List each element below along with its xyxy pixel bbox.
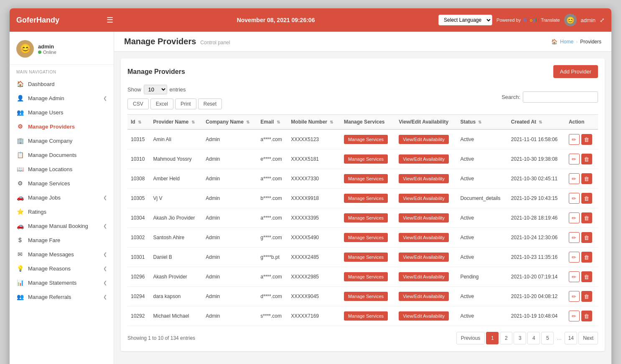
cell-name[interactable]: Michael Michael (150, 306, 202, 326)
view-edit-availability-button[interactable]: View/Edit Availability (399, 194, 449, 203)
table-section: Manage Providers Add Provider Show 10 25 (121, 58, 605, 351)
cell-name[interactable]: Amber Held (150, 169, 202, 189)
entries-select[interactable]: 10 25 50 100 (144, 85, 167, 94)
sidebar-item-manage-users[interactable]: 👥 Manage Users (10, 105, 114, 119)
print-button[interactable]: Print (175, 99, 196, 109)
sidebar-item-manage-providers[interactable]: ⚙ Manage Providers (10, 119, 114, 134)
view-edit-availability-button[interactable]: View/Edit Availability (399, 213, 449, 222)
delete-button[interactable]: 🗑 (581, 154, 592, 164)
page-3-button[interactable]: 3 (514, 332, 526, 344)
prev-button[interactable]: Previous (456, 332, 485, 344)
sidebar-item-manage-company[interactable]: 🏢 Manage Company (10, 134, 114, 148)
edit-button[interactable]: ✏ (569, 212, 580, 223)
edit-button[interactable]: ✏ (569, 271, 580, 282)
view-edit-availability-button[interactable]: View/Edit Availability (399, 233, 449, 242)
page-5-button[interactable]: 5 (541, 332, 554, 344)
cell-name[interactable]: Amin Ali (150, 129, 202, 149)
delete-button[interactable]: 🗑 (581, 311, 592, 321)
add-provider-button[interactable]: Add Provider (553, 65, 598, 78)
cell-action: ✏ 🗑 (565, 149, 598, 169)
manage-services-button[interactable]: Manage Services (344, 253, 388, 262)
cell-action: ✏ 🗑 (565, 228, 598, 248)
breadcrumb-home[interactable]: Home (560, 39, 573, 45)
delete-button[interactable]: 🗑 (581, 232, 592, 243)
sidebar-item-manage-admin[interactable]: 👤 Manage Admin ❮ (10, 91, 114, 105)
manage-services-button[interactable]: Manage Services (344, 174, 388, 183)
delete-button[interactable]: 🗑 (581, 173, 592, 184)
page-title: Manage Providers (124, 37, 196, 46)
delete-button[interactable]: 🗑 (581, 252, 592, 263)
cell-name[interactable]: Santosh Ahire (150, 228, 202, 248)
cell-name[interactable]: Mahmoud Yossry (150, 149, 202, 169)
col-mobile: Mobile Number ⇅ (288, 115, 341, 130)
page-2-button[interactable]: 2 (500, 332, 512, 344)
manage-services-button[interactable]: Manage Services (344, 272, 388, 281)
cell-status: Active (457, 208, 507, 228)
sidebar-item-dashboard[interactable]: 🏠 Dashboard (10, 77, 114, 91)
home-icon: 🏠 (551, 39, 557, 45)
cell-name[interactable]: Daniel B (150, 248, 202, 267)
hamburger-icon[interactable]: ☰ (107, 15, 113, 25)
view-edit-availability-button[interactable]: View/Edit Availability (399, 154, 449, 164)
view-edit-availability-button[interactable]: View/Edit Availability (399, 311, 449, 321)
cell-name[interactable]: dara kapson (150, 287, 202, 306)
page-14-button[interactable]: 14 (565, 332, 577, 344)
edit-button[interactable]: ✏ (569, 193, 580, 204)
delete-button[interactable]: 🗑 (581, 271, 592, 282)
manage-services-button[interactable]: Manage Services (344, 213, 388, 222)
sidebar-item-ratings[interactable]: ⭐ Ratings (10, 205, 114, 219)
reset-button[interactable]: Reset (198, 99, 222, 109)
sidebar-item-manage-fare[interactable]: $ Manage Fare (10, 233, 114, 247)
sidebar-item-manage-messages[interactable]: ✉ Manage Messages ❮ (10, 247, 114, 261)
manage-documents-icon: 📋 (16, 152, 24, 158)
cell-name[interactable]: Akash Jio Provider (150, 208, 202, 228)
cell-manage-services: Manage Services (341, 306, 395, 326)
view-edit-availability-button[interactable]: View/Edit Availability (399, 174, 449, 183)
delete-button[interactable]: 🗑 (581, 291, 592, 302)
edit-button[interactable]: ✏ (569, 311, 580, 321)
share-icon[interactable]: ⤢ (600, 17, 605, 23)
manage-services-button[interactable]: Manage Services (344, 292, 388, 301)
edit-button[interactable]: ✏ (569, 134, 580, 145)
sidebar-item-manage-services[interactable]: ⚙ Manage Services (10, 176, 114, 190)
delete-button[interactable]: 🗑 (581, 193, 592, 204)
view-edit-availability-button[interactable]: View/Edit Availability (399, 135, 449, 144)
manage-services-button[interactable]: Manage Services (344, 135, 388, 144)
edit-button[interactable]: ✏ (569, 252, 580, 263)
page-4-button[interactable]: 4 (527, 332, 540, 344)
sidebar-item-manage-jobs[interactable]: 🚗 Manage Jobs ❮ (10, 190, 114, 205)
cell-action: ✏ 🗑 (565, 169, 598, 189)
manage-services-button[interactable]: Manage Services (344, 194, 388, 203)
next-button[interactable]: Next (578, 332, 598, 344)
sidebar-item-manage-statements[interactable]: 📊 Manage Statements ❮ (10, 276, 114, 290)
manage-services-icon: ⚙ (16, 180, 24, 187)
cell-mobile: XXXXX5181 (288, 149, 341, 169)
manage-services-button[interactable]: Manage Services (344, 311, 388, 321)
excel-button[interactable]: Excel (150, 99, 173, 109)
view-edit-availability-button[interactable]: View/Edit Availability (399, 272, 449, 281)
sidebar-item-manage-documents[interactable]: 📋 Manage Documents (10, 148, 114, 162)
search-input[interactable] (523, 91, 598, 103)
cell-name[interactable]: Vj V (150, 189, 202, 208)
edit-button[interactable]: ✏ (569, 291, 580, 302)
page-1-button[interactable]: 1 (486, 332, 499, 344)
csv-button[interactable]: CSV (127, 99, 149, 109)
edit-button[interactable]: ✏ (569, 232, 580, 243)
delete-button[interactable]: 🗑 (581, 212, 592, 223)
breadcrumb-bar: Manage Providers Control panel 🏠 Home › … (114, 32, 611, 52)
language-select[interactable]: Select Language (438, 15, 492, 25)
sidebar-item-manual-booking[interactable]: 🚗 Manage Manual Booking ❮ (10, 219, 114, 233)
sidebar-item-manage-locations[interactable]: 📖 Manage Locations (10, 162, 114, 176)
sidebar-item-manage-reasons[interactable]: 💡 Manage Reasons ❮ (10, 261, 114, 276)
view-edit-availability-button[interactable]: View/Edit Availability (399, 253, 449, 262)
table-row: 10304 Akash Jio Provider Admin a****.com… (127, 208, 598, 228)
manage-services-button[interactable]: Manage Services (344, 154, 388, 164)
cell-name[interactable]: Akash Provider (150, 267, 202, 287)
edit-button[interactable]: ✏ (569, 154, 580, 164)
edit-button[interactable]: ✏ (569, 173, 580, 184)
sidebar-item-manage-referrals[interactable]: 👥 Manage Referrals ❮ (10, 290, 114, 304)
delete-button[interactable]: 🗑 (581, 134, 592, 145)
user-info: 😊 admin Online (10, 36, 114, 65)
manage-services-button[interactable]: Manage Services (344, 233, 388, 242)
view-edit-availability-button[interactable]: View/Edit Availability (399, 292, 449, 301)
